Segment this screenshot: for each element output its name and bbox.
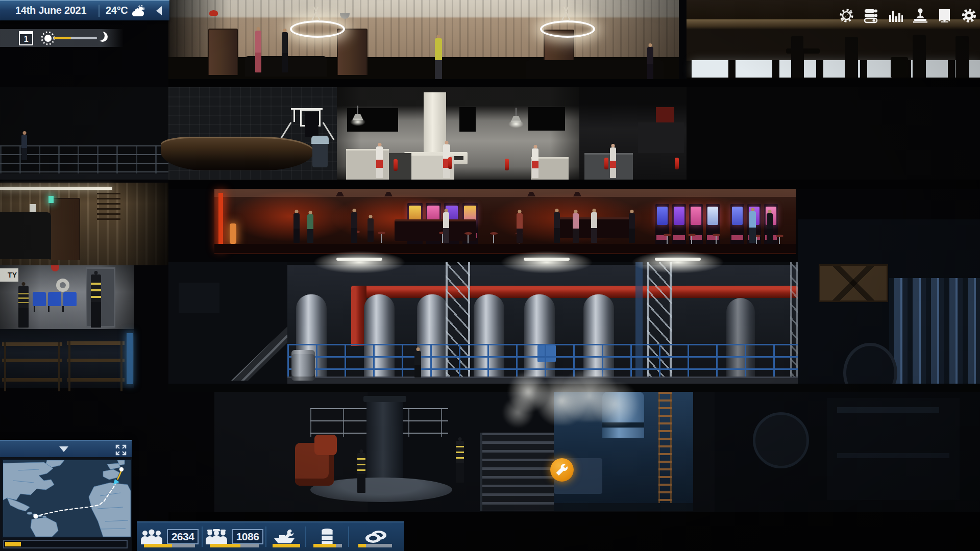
joystick-icon[interactable] bbox=[912, 8, 928, 23]
casino-guest bbox=[307, 214, 313, 243]
maintenance-alert-badge[interactable] bbox=[550, 458, 574, 482]
extraction-hood bbox=[424, 92, 446, 154]
minimap-expand-button[interactable] bbox=[115, 444, 127, 456]
chef bbox=[532, 148, 538, 178]
orange-machinery bbox=[314, 435, 337, 455]
casino-guest bbox=[293, 213, 300, 243]
collapse-panel-button[interactable] bbox=[156, 6, 162, 15]
compass-gear-icon[interactable] bbox=[839, 8, 854, 23]
backlit-windows bbox=[692, 60, 980, 78]
chef bbox=[610, 147, 616, 178]
passenger-dancing bbox=[282, 32, 288, 72]
lounge-door bbox=[208, 29, 238, 75]
minimap-map[interactable] bbox=[2, 459, 132, 538]
life-ring bbox=[56, 279, 69, 292]
casino-guest bbox=[443, 212, 449, 243]
security-sign: TY bbox=[0, 268, 18, 282]
weather-icon bbox=[130, 3, 148, 18]
maintenance-group[interactable] bbox=[266, 522, 305, 551]
journey-progress-fill bbox=[5, 542, 21, 546]
firefighter bbox=[357, 453, 365, 493]
exit-sign bbox=[48, 196, 54, 203]
bar-stool bbox=[378, 232, 385, 244]
ring-chandelier bbox=[540, 20, 595, 38]
casino-guest bbox=[517, 213, 523, 243]
cabin-door bbox=[50, 198, 80, 260]
casino-guest bbox=[767, 213, 773, 243]
neon-strip bbox=[218, 193, 223, 248]
ship-wrench-icon bbox=[273, 529, 299, 545]
deck-kitchen bbox=[337, 87, 579, 180]
deck-galley-store bbox=[579, 87, 687, 180]
bar-stool bbox=[464, 232, 472, 244]
date-weather-bar: 14th June 2021 24°C bbox=[0, 0, 169, 20]
minimap-header bbox=[0, 440, 132, 457]
shelf-unit bbox=[638, 122, 684, 153]
wall-rack bbox=[97, 193, 120, 221]
wooden-crate bbox=[819, 264, 888, 302]
bar-chart-icon[interactable] bbox=[888, 8, 903, 23]
speed-value: 1 bbox=[20, 35, 32, 44]
passenger-dancing bbox=[255, 31, 261, 72]
minimap-collapse-button[interactable] bbox=[59, 446, 68, 452]
chair-silhouette bbox=[955, 36, 969, 78]
bunk-beds bbox=[2, 336, 62, 385]
day-night-slider[interactable] bbox=[54, 37, 97, 39]
left-arrow-icon bbox=[156, 6, 162, 15]
food-group[interactable] bbox=[349, 522, 403, 551]
firefighter-standing bbox=[91, 274, 101, 328]
fire-extinguisher bbox=[604, 158, 608, 169]
pool-table bbox=[395, 219, 476, 241]
passengers-group[interactable]: 2634 bbox=[137, 522, 202, 551]
toggle-switches-icon[interactable] bbox=[863, 8, 879, 23]
chair-silhouette bbox=[845, 37, 858, 78]
fire-extinguisher bbox=[675, 158, 679, 169]
steel-barrel bbox=[291, 350, 315, 381]
deck-casino bbox=[214, 189, 796, 253]
bunk-beds bbox=[67, 334, 125, 385]
firefighter-seated bbox=[18, 286, 29, 328]
minimap-panel bbox=[0, 440, 132, 551]
ceiling-beam bbox=[528, 107, 565, 131]
barrel-icon bbox=[320, 528, 334, 545]
chef bbox=[376, 146, 383, 178]
down-arrow-icon bbox=[59, 446, 68, 452]
crew-icon bbox=[205, 529, 228, 544]
davit-machinery bbox=[305, 112, 318, 137]
temperature-label: 24°C bbox=[106, 5, 128, 16]
divider bbox=[99, 5, 100, 17]
fuel-group[interactable] bbox=[306, 522, 348, 551]
cabin-couch bbox=[0, 212, 51, 259]
time-speed-strip: 1 bbox=[0, 29, 124, 47]
ship-cross-section-scene[interactable]: TY bbox=[0, 0, 980, 551]
log-book-icon[interactable] bbox=[937, 8, 952, 23]
crew-group[interactable]: 1086 bbox=[203, 522, 265, 551]
chair-silhouette bbox=[791, 36, 803, 78]
plates-icon bbox=[364, 529, 388, 544]
engine-ladder bbox=[658, 392, 672, 510]
fire-extinguisher bbox=[448, 157, 452, 169]
game-speed-indicator[interactable]: 1 bbox=[19, 31, 33, 45]
date-label: 14th June 2021 bbox=[15, 5, 86, 16]
passenger bbox=[435, 38, 442, 81]
lounge-couch bbox=[526, 60, 664, 79]
settings-gear-icon[interactable] bbox=[961, 8, 977, 23]
main-toolbar bbox=[836, 5, 977, 26]
fluorescent-light bbox=[0, 187, 112, 190]
waiting-chairs bbox=[33, 292, 78, 312]
steel-counter bbox=[584, 153, 633, 180]
fire-extinguisher bbox=[394, 159, 398, 171]
red-pipe bbox=[351, 286, 798, 298]
status-bar: 2634 1086 bbox=[137, 521, 404, 551]
lounge-door bbox=[337, 29, 368, 75]
casino-guest bbox=[554, 212, 560, 243]
chair-silhouette bbox=[913, 35, 926, 78]
crew-member bbox=[21, 135, 27, 160]
blue-light-strip bbox=[127, 333, 133, 384]
casino-guest bbox=[573, 213, 579, 243]
deck-engine-room bbox=[214, 392, 980, 512]
cabin-wood-room bbox=[0, 183, 168, 265]
firefighter bbox=[456, 441, 464, 483]
fire-alarm bbox=[209, 10, 218, 16]
crew-bunk-room bbox=[0, 329, 134, 388]
